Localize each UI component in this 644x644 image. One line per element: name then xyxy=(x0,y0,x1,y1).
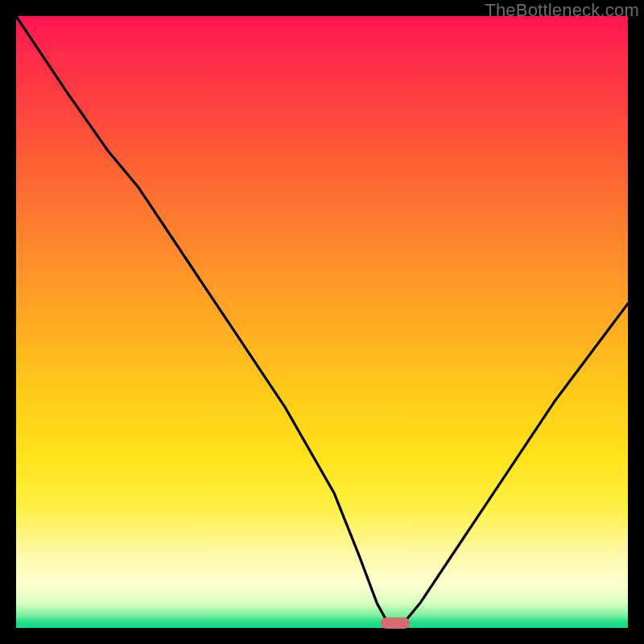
optimal-marker xyxy=(381,617,410,629)
chart-frame: TheBottleneck.com xyxy=(0,0,644,644)
plot-area xyxy=(16,16,628,628)
bottleneck-curve xyxy=(16,16,628,628)
watermark-text: TheBottleneck.com xyxy=(485,0,639,21)
